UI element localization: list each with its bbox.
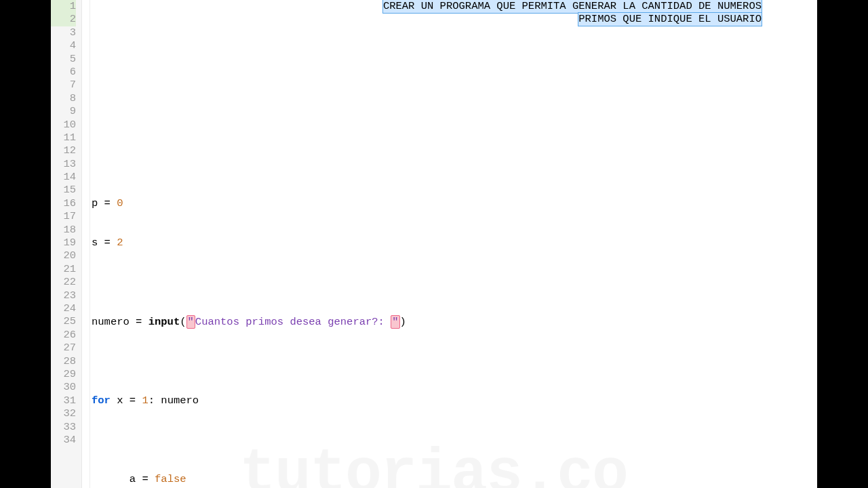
code-line: s = 2 [92,237,817,249]
code-line: p = 0 [92,197,817,210]
line-number: 18 [51,224,76,237]
line-number: 10 [51,119,76,131]
code-line: numero = input("Cuantos primos desea gen… [92,316,817,329]
line-number: 32 [51,407,76,420]
selected-comment-line-1[interactable]: CREAR UN PROGRAMA QUE PERMITA GENERAR LA… [383,0,762,13]
line-number: 23 [51,289,76,302]
line-number: 1 [51,0,76,13]
code-editor[interactable]: 1234567891011121314151617181920212223242… [51,0,817,488]
code-line: a = false [92,473,817,486]
selected-comment-line-2[interactable]: PRIMOS QUE INDIQUE EL USUARIO [578,13,762,26]
line-number: 30 [51,381,76,394]
line-number: 28 [51,355,76,368]
gutter-divider [82,0,90,488]
line-number: 22 [51,276,76,289]
line-number: 34 [51,434,76,447]
line-number: 21 [51,263,76,276]
line-number: 12 [51,144,76,157]
line-number: 8 [51,92,76,105]
line-number: 15 [51,184,76,197]
line-number: 4 [51,39,76,52]
line-number: 31 [51,394,76,407]
code-line: for x = 1: numero [92,394,817,407]
line-number-gutter: 1234567891011121314151617181920212223242… [51,0,82,488]
line-number: 13 [51,158,76,171]
line-number: 24 [51,302,76,315]
line-number: 14 [51,171,76,184]
line-number: 25 [51,315,76,328]
line-number: 26 [51,329,76,342]
code-line [92,158,817,171]
line-number: 2 [51,13,76,26]
line-number: 6 [51,66,76,79]
line-number: 3 [51,26,76,39]
code-area[interactable]: CREAR UN PROGRAMA QUE PERMITA GENERAR LA… [90,0,817,488]
code-line [92,434,817,447]
line-number: 20 [51,249,76,262]
line-number: 5 [51,53,76,66]
line-number: 9 [51,105,76,118]
code-line [92,79,817,92]
line-number: 17 [51,210,76,223]
line-number: 7 [51,79,76,92]
line-number: 16 [51,197,76,210]
line-number: 27 [51,342,76,354]
line-number: 11 [51,131,76,144]
line-number: 33 [51,421,76,434]
code-line [92,119,817,131]
code-line [92,355,817,368]
code-line [92,276,817,289]
line-number: 29 [51,368,76,381]
line-number: 19 [51,237,76,249]
